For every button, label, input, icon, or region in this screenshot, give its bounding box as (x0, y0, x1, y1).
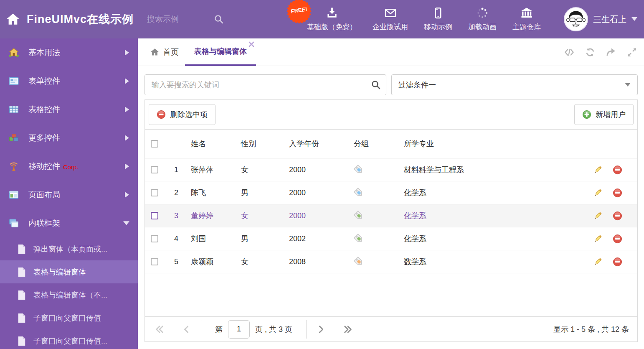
edit-icon[interactable] (593, 165, 603, 175)
major-link[interactable]: 化学系 (404, 188, 426, 198)
tab-grid-edit-window[interactable]: 表格与编辑窗体 (185, 38, 256, 66)
delete-icon[interactable] (613, 165, 622, 175)
row-checkbox[interactable] (151, 212, 158, 219)
row-gender: 女 (231, 158, 279, 181)
sidebar-item-mobile-controls[interactable]: 移动控件 Corp. (0, 152, 138, 181)
sidebar-item-form-controls[interactable]: 表单控件 (0, 67, 138, 95)
table-row[interactable]: 5 康颖颖 女 2008 数学系 (145, 250, 637, 273)
sidebar-item-inline-frames[interactable]: 内联框架 (0, 209, 138, 237)
tab-active-label: 表格与编辑窗体 (194, 46, 247, 56)
nav-basic-edition[interactable]: 基础版（免费） (307, 7, 357, 32)
page-number-input[interactable] (228, 320, 250, 339)
home-icon (150, 48, 159, 56)
share-icon[interactable] (606, 47, 616, 58)
filter-dropdown[interactable]: 过滤条件一 (391, 74, 638, 95)
row-year: 2000 (279, 204, 344, 227)
search-icon[interactable] (214, 14, 224, 24)
sidebar-subitem-child-to-parent[interactable]: 子窗口向父窗口传值 (0, 306, 138, 329)
grid-panel: 删除选中项 新增用户 姓名 性别 入学年份 分组 所学专业 1 (145, 99, 638, 342)
table-row[interactable]: 4 刘国 男 2002 化学系 (145, 227, 637, 250)
row-gender: 女 (231, 250, 279, 273)
edit-icon[interactable] (593, 234, 603, 244)
close-icon[interactable] (248, 41, 254, 47)
delete-icon[interactable] (613, 257, 622, 267)
nav-label: 加载动画 (468, 22, 497, 32)
sidebar-item-label: 表单控件 (28, 76, 60, 87)
select-all-checkbox[interactable] (151, 140, 158, 148)
page-label-prefix: 第 (215, 324, 223, 334)
file-icon (18, 245, 26, 254)
chevron-right-icon (124, 135, 129, 141)
edit-icon[interactable] (593, 188, 603, 198)
row-checkbox[interactable] (151, 235, 158, 242)
edit-icon[interactable] (593, 257, 603, 267)
sidebar-item-more-controls[interactable]: 更多控件 (0, 124, 138, 152)
search-icon[interactable] (371, 80, 381, 90)
nav-enterprise-trial[interactable]: 企业版试用 (373, 7, 408, 32)
sidebar-item-page-layout[interactable]: 页面布局 (0, 181, 138, 209)
layout-icon (8, 189, 19, 200)
delete-icon[interactable] (613, 188, 622, 198)
major-link[interactable]: 材料科学与工程系 (404, 165, 464, 175)
major-link[interactable]: 化学系 (404, 234, 426, 244)
row-number: 3 (164, 204, 181, 227)
edit-icon[interactable] (593, 211, 603, 221)
grid-toolbar: 删除选中项 新增用户 (145, 100, 637, 129)
row-year: 2008 (279, 250, 344, 273)
last-page-button[interactable] (342, 324, 354, 335)
major-link[interactable]: 化学系 (404, 211, 426, 221)
col-year: 入学年份 (279, 130, 344, 158)
sidebar-subitem-popup-window[interactable]: 弹出窗体（本页面或... (0, 237, 138, 260)
nav-loading-animation[interactable]: 加载动画 (468, 7, 497, 32)
tab-home[interactable]: 首页 (145, 47, 179, 58)
sidebar-subitem-grid-edit-window-2[interactable]: 表格与编辑窗体（不... (0, 283, 138, 306)
refresh-icon[interactable] (585, 47, 596, 58)
sidebar-subitem-child-to-parent-2[interactable]: 子窗口向父窗口传值... (0, 329, 138, 349)
prev-page-button[interactable] (180, 324, 193, 335)
sidebar-item-label: 更多控件 (28, 132, 60, 143)
user-name: 三生石上 (593, 14, 626, 25)
nav-mobile-demo[interactable]: 移动示例 (424, 7, 452, 32)
sidebar-subitem-label: 子窗口向父窗口传值... (33, 336, 107, 346)
table-row[interactable]: 3 董婷婷 女 2000 化学系 (145, 204, 637, 227)
delete-icon[interactable] (613, 234, 622, 244)
row-name: 刘国 (181, 227, 231, 250)
table-row[interactable]: 1 张萍萍 女 2000 材料科学与工程系 (145, 158, 637, 181)
code-icon[interactable] (564, 47, 575, 58)
cubes-icon (8, 132, 19, 143)
major-link[interactable]: 数学系 (404, 257, 426, 267)
sidebar-subitem-grid-edit-window[interactable]: 表格与编辑窗体 (0, 260, 138, 283)
user-menu[interactable]: 三生石上 (564, 0, 637, 38)
header-search (147, 14, 231, 24)
row-checkbox[interactable] (151, 258, 158, 265)
sidebar-item-grid-controls[interactable]: 表格控件 (0, 95, 138, 124)
record-summary: 显示 1 - 5 条 , 共 12 条 (553, 324, 629, 334)
header-search-input[interactable] (147, 15, 214, 24)
nav-theme-repo[interactable]: 主题仓库 (512, 7, 541, 32)
home-icon (6, 12, 20, 26)
delete-icon[interactable] (613, 211, 622, 221)
row-gender: 男 (231, 181, 279, 204)
brand[interactable]: FineUIMvc在线示例 (0, 12, 134, 27)
delete-selected-button[interactable]: 删除选中项 (149, 104, 216, 125)
table-row[interactable]: 2 陈飞 男 2000 化学系 (145, 181, 637, 204)
sidebar-subitem-label: 表格与编辑窗体 (33, 267, 86, 277)
row-number: 5 (164, 250, 181, 273)
row-checkbox[interactable] (151, 166, 158, 173)
download-icon (326, 7, 338, 19)
first-page-button[interactable] (153, 324, 166, 335)
sidebar-subitem-label: 子窗口向父窗口传值 (33, 313, 101, 323)
chevron-right-icon (124, 78, 129, 84)
sidebar-item-basic-usage[interactable]: 基本用法 (0, 38, 138, 67)
filter-dropdown-value: 过滤条件一 (398, 80, 436, 90)
header-nav: 基础版（免费） 企业版试用 移动示例 加载动画 主题仓库 (307, 0, 541, 38)
keyword-search-input[interactable] (145, 74, 386, 95)
form-icon (8, 76, 19, 87)
row-checkbox[interactable] (151, 189, 158, 196)
next-page-button[interactable] (315, 324, 327, 335)
row-gender: 女 (231, 204, 279, 227)
add-user-button[interactable]: 新增用户 (574, 104, 634, 125)
chevron-left-icon (182, 325, 191, 334)
expand-icon[interactable] (626, 47, 637, 58)
row-name: 康颖颖 (181, 250, 231, 273)
